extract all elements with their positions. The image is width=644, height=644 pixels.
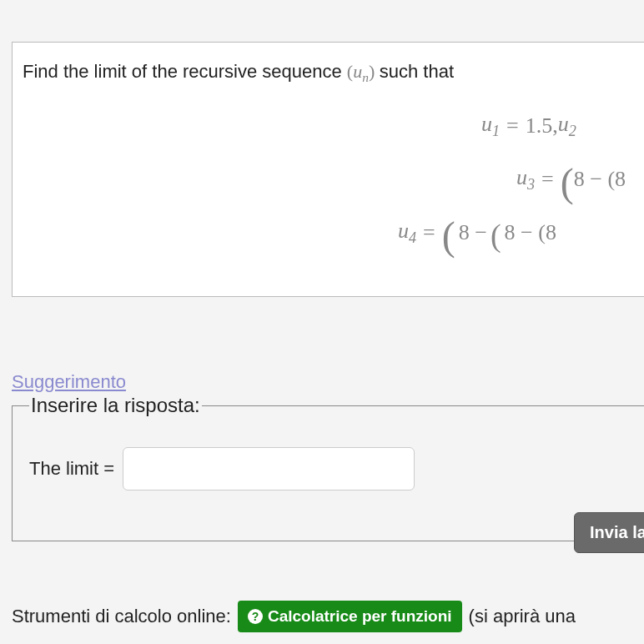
eq1-sub: 1: [492, 123, 500, 139]
eq1-equals: =: [506, 113, 519, 138]
problem-statement: Find the limit of the recursive sequence…: [23, 59, 644, 87]
eq2-u: u: [516, 165, 527, 189]
equation-3: u4 = ( 8 − ( 8 − (8: [23, 219, 644, 247]
eq2-equals: =: [541, 167, 554, 192]
eq3-rhs-b: 8 − (8: [505, 220, 556, 245]
sequence-subscript: n: [362, 70, 369, 84]
eq1b-u: u: [558, 112, 569, 136]
answer-legend: Inserire la risposta:: [29, 394, 202, 417]
eq3-sub: 4: [409, 230, 416, 247]
submit-button[interactable]: Invia la: [574, 512, 644, 553]
tools-label: Strumenti di calcolo online:: [12, 606, 231, 627]
equations-block: u1 = 1.5 , u2 u3 = ( 8 − (8 u4 = ( 8 − (…: [23, 112, 644, 248]
answer-label: The limit =: [29, 458, 114, 480]
eq1b-sub: 2: [569, 123, 576, 139]
hint-link[interactable]: Suggerimento: [12, 371, 126, 393]
eq2-sub: 3: [527, 176, 535, 193]
answer-row: The limit =: [29, 447, 644, 491]
answer-input[interactable]: [123, 447, 415, 491]
eq3-rhs-a: 8 −: [459, 220, 487, 245]
eq2-rhs: 8 − (8: [574, 167, 626, 192]
tools-after-text: (si aprirà una: [469, 606, 576, 627]
tools-row: Strumenti di calcolo online: ? Calcolatr…: [12, 601, 576, 632]
calculator-label: Calcolatrice per funzioni: [268, 607, 452, 626]
problem-intro-prefix: Find the limit of the recursive sequence: [23, 61, 347, 82]
equation-1: u1 = 1.5 , u2: [23, 112, 644, 140]
eq1-value: 1.5: [526, 113, 553, 138]
problem-card: Find the limit of the recursive sequence…: [12, 42, 644, 297]
equation-2: u3 = ( 8 − (8: [23, 165, 644, 194]
answer-fieldset: Inserire la risposta: The limit =: [12, 394, 644, 541]
eq1-u: u: [481, 112, 492, 136]
problem-intro-suffix: such that: [380, 61, 454, 82]
eq3-u: u: [398, 219, 409, 243]
sequence-symbol: (un): [347, 61, 380, 82]
eq3-equals: =: [423, 220, 435, 245]
help-icon: ?: [248, 609, 263, 624]
calculator-button[interactable]: ? Calcolatrice per funzioni: [238, 601, 462, 632]
